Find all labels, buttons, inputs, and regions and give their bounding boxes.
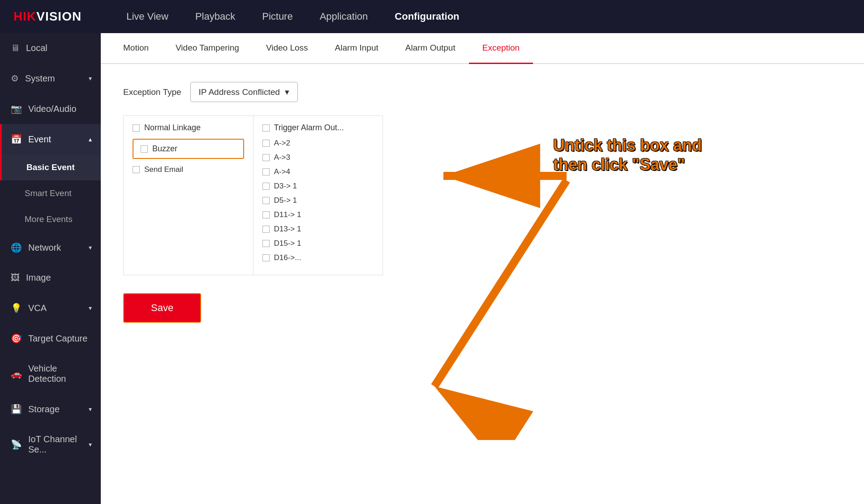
tab-video-loss[interactable]: Video Loss (253, 33, 322, 64)
sidebar-item-event[interactable]: 📅 Event ▴ (0, 124, 101, 154)
sidebar-label-storage: Storage (28, 404, 60, 414)
annotation-arrow (347, 136, 714, 440)
sidebar-label-image: Image (26, 273, 51, 283)
alarm-d11-1-label: D11-> 1 (274, 210, 301, 219)
sidebar-label-video-audio: Video/Audio (28, 104, 77, 114)
trigger-alarm-label: Trigger Alarm Out... (274, 123, 344, 132)
exception-type-label: Exception Type (123, 87, 181, 97)
chevron-up-icon: ▴ (89, 136, 92, 143)
send-email-checkbox[interactable] (133, 166, 140, 173)
network-icon: 🌐 (11, 242, 22, 253)
chevron-down-icon-iot: ▾ (89, 441, 92, 448)
nav-application[interactable]: Application (320, 11, 368, 22)
chevron-down-icon-storage: ▾ (89, 406, 92, 413)
sidebar-item-video-audio[interactable]: 📷 Video/Audio (0, 94, 101, 124)
alarm-a4-label: A->4 (274, 167, 290, 176)
alarm-output-d11-1: D11-> 1 (262, 210, 374, 219)
sidebar-label-iot: IoT Channel Se... (28, 434, 82, 455)
alarm-d3-1-checkbox[interactable] (262, 183, 270, 190)
sidebar-item-iot[interactable]: 📡 IoT Channel Se... ▾ (0, 424, 101, 465)
vehicle-icon: 🚗 (11, 368, 22, 379)
alarm-output-d13-1: D13-> 1 (262, 225, 374, 234)
alarm-a2-label: A->2 (274, 139, 290, 148)
tab-exception[interactable]: Exception (469, 33, 533, 64)
alarm-output-d3-1: D3-> 1 (262, 182, 374, 191)
sidebar-item-local[interactable]: 🖥 Local (0, 33, 101, 63)
buzzer-label: Buzzer (152, 144, 177, 154)
alarm-a3-checkbox[interactable] (262, 154, 270, 161)
sidebar: 🖥 Local ⚙ System ▾ 📷 Video/Audio 📅 Event… (0, 33, 101, 504)
tab-alarm-input[interactable]: Alarm Input (322, 33, 392, 64)
panel-normal-linkage: Normal Linkage Buzzer Send Email (124, 116, 254, 275)
alarm-d13-1-checkbox[interactable] (262, 226, 270, 233)
dropdown-arrow-icon: ▾ (285, 87, 289, 97)
alarm-a4-checkbox[interactable] (262, 168, 270, 175)
sidebar-item-more-events[interactable]: More Events (0, 206, 101, 232)
sidebar-label-network: Network (28, 243, 61, 253)
normal-linkage-label: Normal Linkage (144, 123, 201, 132)
sidebar-item-smart-event[interactable]: Smart Event (0, 180, 101, 206)
nav-playback[interactable]: Playback (195, 11, 235, 22)
sidebar-item-target-capture[interactable]: 🎯 Target Capture (0, 323, 101, 354)
sidebar-item-network[interactable]: 🌐 Network ▾ (0, 232, 101, 263)
camera-icon: 📷 (11, 103, 22, 114)
logo: HIKVISION (13, 9, 82, 24)
top-nav: HIKVISION Live View Playback Picture App… (0, 0, 864, 33)
alarm-output-a4: A->4 (262, 167, 374, 176)
sidebar-item-vehicle-detection[interactable]: 🚗 Vehicle Detection (0, 354, 101, 394)
gear-icon: ⚙ (11, 73, 19, 84)
send-email-row: Send Email (133, 165, 244, 174)
panel-trigger-alarm: Trigger Alarm Out... A->2 A->3 A->4 (254, 116, 383, 275)
alarm-d16-x-checkbox[interactable] (262, 254, 270, 261)
content-area: Exception Type IP Address Conflicted ▾ N… (101, 64, 864, 341)
sidebar-label-vehicle-detection: Vehicle Detection (28, 363, 92, 384)
exception-type-row: Exception Type IP Address Conflicted ▾ (123, 82, 842, 102)
nav-live-view[interactable]: Live View (126, 11, 168, 22)
annotation-area: Untick this box and then click "Save" (347, 136, 714, 440)
alarm-d13-1-label: D13-> 1 (274, 225, 301, 234)
sidebar-item-vca[interactable]: 💡 VCA ▾ (0, 293, 101, 323)
alarm-a3-label: A->3 (274, 153, 290, 162)
alarm-d15-1-checkbox[interactable] (262, 240, 270, 247)
alarm-d5-1-checkbox[interactable] (262, 197, 270, 204)
alarm-output-d15-1: D15-> 1 (262, 239, 374, 248)
exception-type-dropdown[interactable]: IP Address Conflicted ▾ (190, 82, 298, 102)
target-icon: 🎯 (11, 333, 22, 344)
save-button[interactable]: Save (123, 293, 201, 323)
sidebar-item-storage[interactable]: 💾 Storage ▾ (0, 394, 101, 424)
save-btn-container: Save (123, 293, 842, 323)
storage-icon: 💾 (11, 404, 22, 414)
alarm-d15-1-label: D15-> 1 (274, 239, 301, 248)
sidebar-label-vca: VCA (28, 303, 47, 313)
svg-line-3 (434, 180, 567, 386)
normal-linkage-header: Normal Linkage (133, 123, 244, 132)
sidebar-item-system[interactable]: ⚙ System ▾ (0, 63, 101, 94)
annotation-text: Untick this box and then click "Save" (553, 136, 714, 174)
tab-video-tampering[interactable]: Video Tampering (162, 33, 253, 64)
tab-bar: Motion Video Tampering Video Loss Alarm … (101, 33, 864, 64)
trigger-alarm-header: Trigger Alarm Out... (262, 123, 374, 132)
nav-picture[interactable]: Picture (262, 11, 292, 22)
send-email-label: Send Email (144, 165, 183, 174)
tab-alarm-output[interactable]: Alarm Output (392, 33, 469, 64)
sidebar-item-basic-event[interactable]: Basic Event (0, 154, 101, 180)
trigger-alarm-checkbox[interactable] (262, 124, 270, 132)
alarm-d5-1-label: D5-> 1 (274, 196, 297, 205)
chevron-down-icon: ▾ (89, 75, 92, 82)
alarm-a2-checkbox[interactable] (262, 140, 270, 147)
sidebar-label-target-capture: Target Capture (28, 333, 87, 344)
panels-container: Normal Linkage Buzzer Send Email (123, 115, 383, 275)
buzzer-checkbox[interactable] (141, 145, 148, 153)
monitor-icon: 🖥 (11, 43, 20, 53)
main-content: Motion Video Tampering Video Loss Alarm … (101, 33, 864, 504)
alarm-d3-1-label: D3-> 1 (274, 182, 297, 191)
tab-motion[interactable]: Motion (110, 33, 162, 64)
alarm-d11-1-checkbox[interactable] (262, 211, 270, 218)
normal-linkage-checkbox[interactable] (133, 124, 140, 132)
sidebar-label-event: Event (28, 134, 51, 145)
alarm-output-d16-x: D16->... (262, 253, 374, 262)
nav-configuration[interactable]: Configuration (395, 11, 459, 22)
buzzer-checkbox-row[interactable]: Buzzer (133, 139, 244, 159)
layout: 🖥 Local ⚙ System ▾ 📷 Video/Audio 📅 Event… (0, 33, 864, 504)
sidebar-item-image[interactable]: 🖼 Image (0, 263, 101, 293)
